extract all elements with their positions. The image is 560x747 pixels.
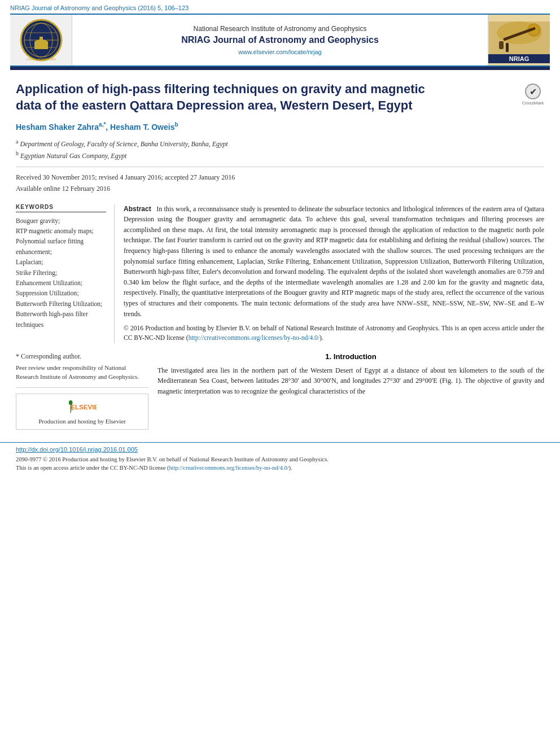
crossmark-icon[interactable]: ✔	[525, 84, 541, 99]
affiliations: a Department of Geology, Faculty of Scie…	[16, 137, 544, 161]
abstract-label: Abstract	[124, 205, 151, 213]
authors-line: Hesham Shaker Zahraa,*, Hesham T. Oweisb	[16, 121, 544, 132]
svg-text:ELSEVIER: ELSEVIER	[71, 403, 97, 410]
abstract-copyright: © 2016 Production and hosting by Elsevie…	[124, 324, 544, 343]
introduction-text: The investigated area lies in the northe…	[158, 365, 544, 397]
footnote-section: * Corresponding author. Peer review unde…	[16, 352, 148, 430]
svg-rect-8	[40, 37, 43, 42]
keywords-section: KEYWORDS Bouguer gravity; RTP magnetic a…	[16, 204, 115, 343]
keyword-2: RTP magnetic anomaly maps;	[16, 226, 106, 236]
article-content: Application of high-pass filtering techn…	[0, 70, 560, 435]
available-date: Available online 12 February 2016	[16, 183, 544, 194]
bottom-bar: http://dx.doi.org/10.1016/j.nrjag.2016.0…	[0, 442, 560, 475]
received-date: Received 30 November 2015; revised 4 Jan…	[16, 172, 544, 183]
cc-link[interactable]: http://creativecommons.org/licenses/by-n…	[189, 334, 320, 341]
crossmark[interactable]: ✔ CrossMark	[522, 84, 544, 106]
institute-name: National Research Institute of Astronomy…	[194, 25, 367, 33]
keyword-1: Bouguer gravity;	[16, 216, 106, 226]
keyword-9: Butterworth high-pass filter techniques	[16, 309, 106, 330]
author-b-name: Hesham T. Oweis	[110, 123, 174, 132]
svg-rect-15	[499, 41, 504, 49]
keyword-4: Laplacian;	[16, 257, 106, 267]
author-a-name: Hesham Shaker Zahra	[16, 123, 99, 132]
elsevier-box: ELSEVIER Production and hosting by Elsev…	[16, 394, 148, 430]
affiliation-a: a Department of Geology, Faculty of Scie…	[16, 137, 544, 149]
keyword-6: Enhancement Utilization;	[16, 278, 106, 288]
journal-header-center: National Research Institute of Astronomy…	[72, 15, 488, 65]
doi-link[interactable]: http://dx.doi.org/10.1016/j.nrjag.2016.0…	[16, 446, 544, 453]
section-number: 1.	[325, 352, 331, 361]
keyword-3: Polynomial surface fitting enhancement;	[16, 236, 106, 257]
introduction-section: 1. Introduction The investigated area li…	[158, 352, 544, 430]
introduction-title: 1. Introduction	[158, 352, 544, 361]
journal-logo-left: CAIRO · EGYPT · 1903	[10, 15, 72, 65]
svg-point-20	[68, 400, 72, 405]
journal-bar: NRIAG Journal of Astronomy and Geophysic…	[0, 0, 560, 14]
abstract-text: Abstract In this work, a reconnaissance …	[124, 204, 544, 320]
keyword-5: Strike Filtering;	[16, 268, 106, 278]
crossmark-label: CrossMark	[522, 101, 544, 106]
keyword-8: Butterworth Filtering Utilization;	[16, 299, 106, 309]
journal-bar-text: NRIAG Journal of Astronomy and Geophysic…	[10, 5, 189, 11]
keyword-7: Suppression Utilization;	[16, 288, 106, 298]
bottom-license-link[interactable]: http://creativecommons.org/licenses/by-n…	[169, 465, 288, 471]
title-row: Application of high-pass filtering techn…	[16, 81, 544, 121]
article-dates: Received 30 November 2015; revised 4 Jan…	[16, 167, 544, 195]
svg-text:CAIRO · EGYPT · 1903: CAIRO · EGYPT · 1903	[26, 58, 55, 61]
journal-url: www.elsevier.com/locate/nrjag	[238, 49, 321, 55]
nriag-badge: NRIAG	[488, 54, 550, 63]
journal-title-header: NRIAG Journal of Astronomy and Geophysic…	[181, 35, 379, 45]
affiliation-b: b Egyptian Natural Gas Company, Egypt	[16, 149, 544, 161]
author-a-sup: a,*	[99, 121, 106, 128]
section-label: Introduction	[334, 352, 377, 361]
author-b-sup: b	[174, 121, 178, 128]
abstract-section: Abstract In this work, a reconnaissance …	[124, 204, 544, 343]
keywords-list: Bouguer gravity; RTP magnetic anomaly ma…	[16, 216, 106, 330]
bottom-copyright: 2090-9977 © 2016 Production and hosting …	[16, 455, 544, 473]
footnote-intro-section: * Corresponding author. Peer review unde…	[16, 352, 544, 430]
corresponding-author-note: * Corresponding author.	[16, 352, 148, 361]
keywords-header: KEYWORDS	[16, 204, 106, 212]
peer-review-note: Peer review under responsibility of Nati…	[16, 363, 148, 388]
journal-logo-right: NRIAG	[488, 15, 550, 65]
svg-rect-16	[506, 43, 509, 52]
article-title: Application of high-pass filtering techn…	[16, 81, 434, 113]
keywords-abstract-section: KEYWORDS Bouguer gravity; RTP magnetic a…	[16, 204, 544, 343]
elsevier-hosting-text: Production and hosting by Elsevier	[38, 418, 126, 425]
journal-header: CAIRO · EGYPT · 1903 National Research I…	[10, 14, 550, 67]
